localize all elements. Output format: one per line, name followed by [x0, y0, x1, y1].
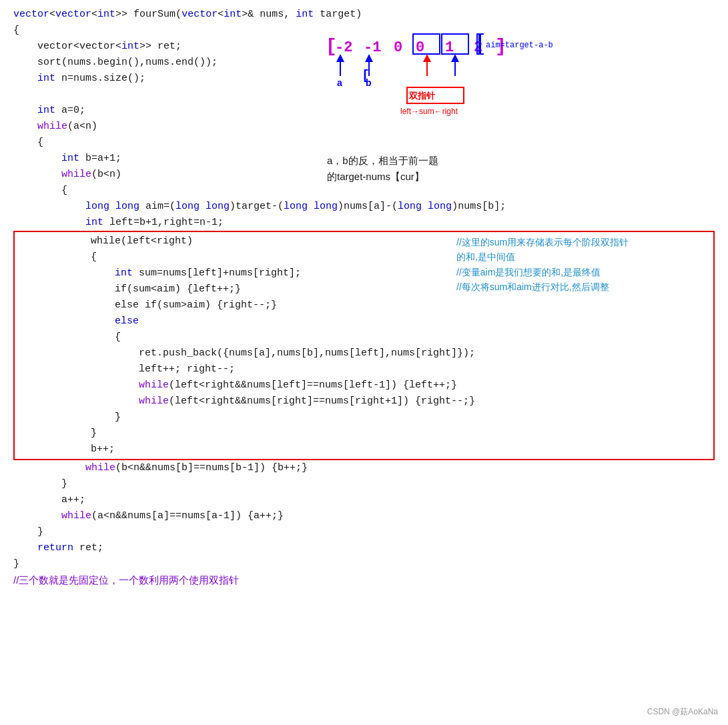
comment-3: //变量aim是我们想要的和,是最终值: [456, 265, 710, 279]
comment-column: //这里的sum用来存储表示每个阶段双指针 的和,是中间值 //变量aim是我们…: [456, 235, 710, 295]
array-diagram: [ -2 -1 0 0 1 2 ] a [ b: [307, 26, 694, 133]
svg-text:left→sum←right: left→sum←right: [400, 107, 458, 116]
comment-1: //这里的sum用来存储表示每个阶段双指针: [456, 235, 710, 249]
svg-text:-1: -1: [364, 39, 381, 56]
svg-text:b: b: [366, 77, 372, 88]
else-open: {: [19, 329, 709, 345]
while-a-open: {: [13, 135, 715, 151]
svg-text:0: 0: [394, 39, 402, 56]
annotation-line1: a，b的反，相当于前一题: [327, 153, 438, 169]
aim-decl-line: long long aim=(long long)target-(long lo…: [13, 199, 715, 215]
svg-text:双指针: 双指针: [408, 91, 436, 101]
else-line: else: [19, 313, 709, 329]
func-close: }: [13, 556, 715, 572]
dedup-left: while(left<right&&nums[left]==nums[left-…: [19, 378, 709, 394]
svg-text:aim=target-a-b: aim=target-a-b: [486, 41, 553, 50]
return-line: return ret;: [13, 540, 715, 556]
bottom-comment-text: //三个数就是先固定位，一个数利用两个使用双指针: [13, 572, 239, 588]
left-right-inc: left++; right--;: [19, 361, 709, 378]
highlighted-block: //这里的sum用来存储表示每个阶段双指针 的和,是中间值 //变量aim是我们…: [13, 231, 715, 460]
while-lr-close: }: [19, 426, 709, 442]
svg-text:a: a: [337, 77, 342, 88]
comment-4: //每次将sum和aim进行对比,然后调整: [456, 279, 710, 294]
code-section: [ -2 -1 0 0 1 2 ] a [ b: [13, 23, 715, 231]
b-inc: b++;: [19, 442, 709, 458]
annotation-area: a，b的反，相当于前一题 的target-nums【cur】: [327, 153, 438, 185]
function-signature: vector<vector<int>> fourSum(vector<int>&…: [13, 7, 715, 23]
svg-text:-2: -2: [335, 39, 352, 56]
while-b-open: {: [13, 183, 715, 199]
bottom-comment-line: //三个数就是先固定位，一个数利用两个使用双指针: [13, 572, 715, 588]
else-close: }: [19, 410, 709, 426]
while-b-close: }: [13, 476, 715, 492]
svg-text:0: 0: [416, 39, 424, 56]
else-if-sum-gt: else if(sum>aim) {right--;}: [19, 297, 709, 313]
push-back-line: ret.push_back({nums[a],nums[b],nums[left…: [19, 345, 709, 361]
dedup-a: while(a<n&&nums[a]==nums[a-1]) {a++;}: [13, 508, 715, 524]
a-inc: a++;: [13, 492, 715, 508]
code-container: vector<vector<int>> fourSum(vector<int>&…: [0, 0, 728, 595]
while-a-close: }: [13, 524, 715, 540]
dedup-b: while(b<n&&nums[b]==nums[b-1]) {b++;}: [13, 460, 715, 476]
watermark: CSDN @菇AoKaNa: [647, 706, 718, 718]
comment-2: 的和,是中间值: [456, 249, 710, 264]
left-right-decl: int left=b+1,right=n-1;: [13, 215, 715, 231]
return-type: vector<vector<int>> fourSum(vector<int>&…: [13, 7, 362, 23]
dedup-right: while(left<right&&nums[right]==nums[righ…: [19, 394, 709, 410]
annotation-line2: 的target-nums【cur】: [327, 169, 438, 185]
